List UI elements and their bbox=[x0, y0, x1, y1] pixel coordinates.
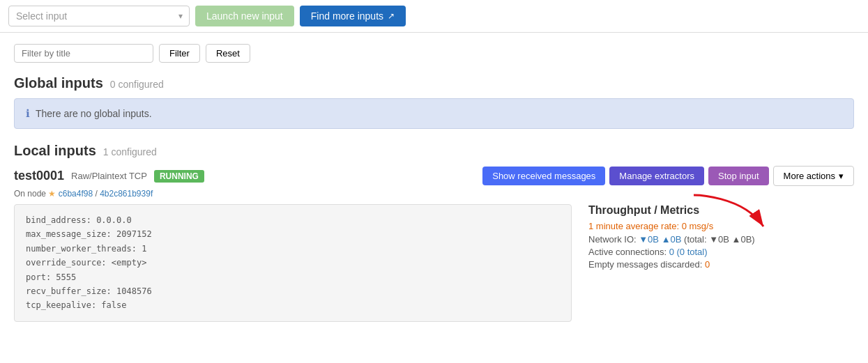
global-inputs-count: 0 configured bbox=[110, 79, 164, 90]
config-box: bind_address: 0.0.0.0 max_message_size: … bbox=[14, 204, 572, 322]
config-line-2: max_message_size: 2097152 bbox=[26, 227, 560, 241]
network-total: (total: ▼0B ▲0B) bbox=[684, 234, 755, 245]
metrics-connections: Active connections: 0 (0 total) bbox=[588, 247, 795, 257]
node-label: On node bbox=[14, 189, 46, 199]
metrics-network: Network IO: ▼0B ▲0B (total: ▼0B ▲0B) bbox=[588, 234, 795, 245]
config-line-1: bind_address: 0.0.0.0 bbox=[26, 213, 560, 227]
input-item-left: test0001 Raw/Plaintext TCP RUNNING bbox=[14, 169, 204, 183]
status-badge: RUNNING bbox=[154, 170, 204, 183]
input-node-info: On node ★ c6ba4f98 / 4b2c861b939f bbox=[14, 189, 854, 199]
more-actions-button[interactable]: More actions ▾ bbox=[773, 166, 854, 186]
node-full-link[interactable]: 4b2c861b939f bbox=[100, 189, 153, 199]
metrics-title: Throughput / Metrics bbox=[588, 204, 795, 217]
input-type: Raw/Plaintext TCP bbox=[71, 171, 147, 181]
show-received-messages-button[interactable]: Show received messages bbox=[482, 167, 605, 185]
filter-button[interactable]: Filter bbox=[159, 44, 200, 63]
find-more-inputs-button[interactable]: Find more inputs ↗ bbox=[300, 6, 406, 26]
local-inputs-section: Local inputs 1 configured test0001 Raw/P… bbox=[14, 143, 854, 322]
local-inputs-header: Local inputs 1 configured bbox=[14, 143, 854, 159]
select-input-wrapper: Select input ▾ bbox=[8, 6, 190, 26]
external-link-icon: ↗ bbox=[388, 11, 395, 21]
network-io-down: ▼0B bbox=[639, 234, 659, 245]
empty-label: Empty messages discarded: bbox=[588, 259, 702, 270]
global-inputs-header: Global inputs 0 configured bbox=[14, 75, 854, 91]
manage-extractors-button[interactable]: Manage extractors bbox=[609, 167, 704, 185]
input-actions: Show received messages Manage extractors… bbox=[482, 166, 854, 186]
chevron-down-icon: ▾ bbox=[839, 171, 844, 181]
info-icon: ℹ bbox=[26, 107, 30, 120]
config-line-6: recv_buffer_size: 1048576 bbox=[26, 284, 560, 298]
input-item-header: test0001 Raw/Plaintext TCP RUNNING Show … bbox=[14, 166, 854, 186]
reset-button[interactable]: Reset bbox=[206, 44, 250, 63]
metrics-rate: 1 minute average rate: 0 msg/s bbox=[588, 221, 795, 231]
local-inputs-count: 1 configured bbox=[103, 146, 157, 157]
config-metrics-row: bind_address: 0.0.0.0 max_message_size: … bbox=[14, 204, 854, 322]
metrics-empty: Empty messages discarded: 0 bbox=[588, 259, 795, 270]
config-line-4: override_source: <empty> bbox=[26, 256, 560, 270]
rate-value: 0 msg/s bbox=[682, 221, 714, 231]
select-input[interactable]: Select input bbox=[8, 6, 190, 26]
input-item: test0001 Raw/Plaintext TCP RUNNING Show … bbox=[14, 166, 854, 322]
network-io-up: ▲0B bbox=[662, 234, 682, 245]
empty-value: 0 bbox=[705, 259, 710, 270]
config-line-3: number_worker_threads: 1 bbox=[26, 242, 560, 256]
connections-value: 0 (0 total) bbox=[669, 247, 708, 257]
launch-new-input-button[interactable]: Launch new input bbox=[195, 6, 294, 26]
stop-input-button[interactable]: Stop input bbox=[708, 167, 769, 185]
node-id-link[interactable]: c6ba4f98 bbox=[59, 189, 93, 199]
rate-label: 1 minute average rate: bbox=[588, 221, 679, 231]
global-inputs-alert-text: There are no global inputs. bbox=[36, 108, 152, 119]
config-line-5: port: 5555 bbox=[26, 270, 560, 284]
config-line-7: tcp_keepalive: false bbox=[26, 298, 560, 312]
more-actions-label: More actions bbox=[784, 171, 835, 181]
main-content: Filter Reset Global inputs 0 configured … bbox=[0, 33, 868, 341]
filter-input[interactable] bbox=[14, 44, 153, 63]
global-inputs-title: Global inputs bbox=[14, 75, 103, 91]
top-toolbar: Select input ▾ Launch new input Find mor… bbox=[0, 0, 868, 33]
metrics-box: Throughput / Metrics 1 minute average ra… bbox=[572, 204, 795, 322]
find-inputs-label: Find more inputs bbox=[311, 10, 383, 22]
input-name: test0001 bbox=[14, 169, 64, 183]
global-inputs-alert: ℹ There are no global inputs. bbox=[14, 98, 854, 129]
star-icon: ★ bbox=[48, 189, 58, 199]
filter-row: Filter Reset bbox=[14, 44, 854, 63]
network-label: Network IO: bbox=[588, 234, 637, 245]
connections-label: Active connections: bbox=[588, 247, 667, 257]
local-inputs-title: Local inputs bbox=[14, 143, 96, 159]
